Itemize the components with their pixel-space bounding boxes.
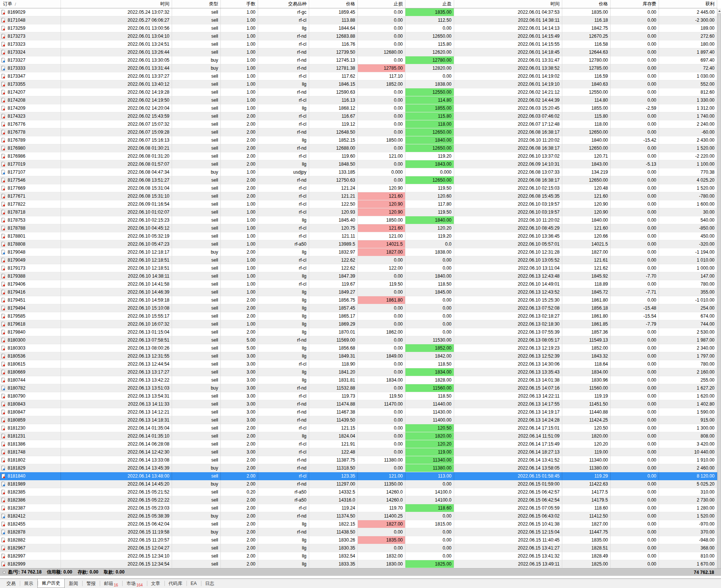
table-row[interactable]: 81803032022.06.13 08:00:26sell5.00llg185… [0, 344, 717, 352]
table-row[interactable]: 81776712022.06.08 15:31:10sell2.00rf-cl1… [0, 192, 717, 200]
table-row[interactable]: 81818292022.06.14 13:45:39buy2.00rf-nd11… [0, 464, 717, 472]
tab-market[interactable]: 市场164 [122, 579, 147, 588]
table-row[interactable]: 81819892022.06.14 14:45:20buy2.00rf-nd11… [0, 480, 717, 488]
column-header-open-time[interactable]: 时间 [61, 0, 172, 8]
tab-account-history[interactable]: 账户历史 [37, 579, 65, 588]
table-row[interactable]: 81776692022.06.08 15:31:04sell2.00rf-cl1… [0, 184, 717, 192]
column-header-take-profit[interactable]: 止盈 [405, 0, 454, 8]
table-row[interactable]: 81767782022.06.07 15:09:28sell2.00rf-nd1… [0, 128, 717, 136]
table-row[interactable]: 81818402022.06.14 13:48:00sell2.00rf-cl1… [0, 472, 717, 480]
table-row[interactable]: 81787882022.06.10 04:45:12sell1.00rf-cl1… [0, 224, 717, 232]
tab-experts[interactable]: EA [187, 579, 201, 588]
table-row[interactable]: 81790492022.06.10 12:18:51sell1.00rf-cl1… [0, 256, 717, 264]
table-row[interactable]: 81807902022.06.13 13:54:31sell3.00rf-cl1… [0, 392, 717, 400]
table-row[interactable]: 81807822022.06.13 13:51:03buy3.00rf-nd11… [0, 384, 717, 392]
table-row[interactable]: 81805362022.06.13 12:31:55sell3.00llg184… [0, 352, 717, 360]
column-header-symbol[interactable]: 交易品种 [258, 0, 309, 8]
table-row[interactable]: 81732732022.06.01 13:04:10sell1.00rf-nd1… [0, 32, 717, 40]
table-row[interactable]: 81742082022.06.02 14:19:50sell1.00rf-cl1… [0, 96, 717, 104]
table-row[interactable]: 81733472022.06.01 13:37:27sell1.00rf-cl1… [0, 72, 717, 80]
scrollbar-thumb[interactable] [718, 13, 721, 571]
table-row[interactable]: 81823852022.06.15 05:21:52sell0.20rf-a50… [0, 488, 717, 496]
tab-mailbox[interactable]: 邮箱16 [100, 579, 122, 588]
table-row[interactable]: 81769862022.06.08 01:31:20sell2.00rf-cl1… [0, 152, 717, 160]
table-row[interactable]: 81806692022.06.13 13:17:27sell3.00llg184… [0, 368, 717, 376]
table-row[interactable]: 81733242022.06.01 13:26:44sell1.00rf-nd1… [0, 48, 717, 56]
cell-swap: 0.00 [611, 144, 659, 152]
table-row[interactable]: 81807442022.06.13 13:42:22sell3.00llg183… [0, 376, 717, 384]
table-row[interactable]: 81795852022.06.10 15:55:17sell2.00llg186… [0, 312, 717, 320]
tab-exposure[interactable]: 展示 [20, 579, 37, 588]
table-row[interactable]: 81823862022.06.15 05:22:22sell2.00rf-a50… [0, 496, 717, 504]
vertical-scrollbar[interactable] [717, 8, 721, 576]
table-row[interactable]: 81813862022.06.14 06:28:08sell2.00rf-cl1… [0, 440, 717, 448]
table-row[interactable]: 81767762022.06.07 15:07:32sell2.00rf-cl1… [0, 120, 717, 128]
table-row[interactable]: 81828782022.06.15 11:19:58buy2.00rf-nd11… [0, 528, 717, 536]
table-row[interactable]: 81791732022.06.10 12:18:51sell1.00rf-cl1… [0, 264, 717, 272]
cell-open-time: 2022.06.15 11:20:57 [61, 536, 172, 544]
table-row[interactable]: 81829672022.06.15 12:04:27sell2.00llg183… [0, 544, 717, 552]
table-row[interactable]: 81812302022.06.14 01:35:04sell2.00rf-cl1… [0, 424, 717, 432]
table-row[interactable]: 81829992022.06.15 12:34:54sell2.00llg183… [0, 560, 717, 568]
cell-profit: 1 910.00 [659, 456, 717, 464]
table-row[interactable]: 81733272022.06.01 13:30:05buy1.00rf-nd12… [0, 56, 717, 64]
table-row[interactable]: 81778222022.06.09 01:16:54sell1.00rf-cl1… [0, 200, 717, 208]
table-row[interactable]: 81775462022.06.08 13:51:27sell2.00rf-nd1… [0, 176, 717, 184]
column-header-swap[interactable]: 库存费 [611, 0, 659, 8]
table-row[interactable]: 81788082022.06.10 05:47:23sell1.00rf-a50… [0, 240, 717, 248]
table-row[interactable]: 81823872022.06.15 05:23:03sell2.00rf-cl1… [0, 504, 717, 512]
table-row[interactable]: 81829972022.06.15 12:34:10sell2.00llg183… [0, 552, 717, 560]
table-row[interactable]: 81733332022.06.01 13:31:44buy1.00rf-nd12… [0, 64, 717, 72]
table-row[interactable]: 81769802022.06.08 01:30:21sell2.00rf-nd1… [0, 144, 717, 152]
table-row[interactable]: 81690292022.05.24 13:07:32sell1.00rf-gc1… [0, 8, 717, 16]
table-row[interactable]: 81771072022.06.08 04:47:34buy1.00usdjpy1… [0, 168, 717, 176]
tab-journal[interactable]: 日志 [201, 579, 219, 588]
table-row[interactable]: 81794512022.06.10 14:59:18sell2.00llg185… [0, 296, 717, 304]
table-row[interactable]: 81742072022.06.02 14:19:28sell1.00rf-nd1… [0, 88, 717, 96]
table-row[interactable]: 81770192022.06.08 01:57:07sell2.00llg184… [0, 160, 717, 168]
column-header-profit[interactable]: 获利 [659, 0, 717, 8]
table-row[interactable]: 81803002022.06.13 07:58:51sell5.00rf-nd1… [0, 336, 717, 344]
table-row[interactable]: 81798402022.06.13 01:15:04sell2.00llg187… [0, 328, 717, 336]
table-row[interactable]: 81794162022.06.10 14:46:39sell1.00llg184… [0, 288, 717, 296]
table-row[interactable]: 81733232022.06.01 13:24:51sell1.00rf-cl1… [0, 40, 717, 48]
tab-news[interactable]: 新闻 [65, 579, 82, 588]
tab-articles[interactable]: 文章 [147, 579, 164, 588]
table-row[interactable]: 81824122022.06.15 05:38:39buy2.00rf-nd11… [0, 512, 717, 520]
table-row[interactable]: 81788012022.06.10 05:32:19sell1.00rf-cl1… [0, 232, 717, 240]
table-row[interactable]: 81742092022.06.02 14:20:04sell1.00llg186… [0, 104, 717, 112]
column-header-lots[interactable]: 手数 [221, 0, 258, 8]
table-row[interactable]: 81732592022.06.01 13:00:56sell1.00llg184… [0, 24, 717, 32]
table-row[interactable]: 81812312022.06.14 01:35:10sell2.00llg182… [0, 432, 717, 440]
table-row[interactable]: 81806152022.06.13 12:44:54sell3.00rf-cl1… [0, 360, 717, 368]
column-header-order[interactable]: 订单 / [0, 0, 61, 8]
table-row[interactable]: 81793882022.06.10 14:38:11sell1.00llg184… [0, 272, 717, 280]
scroll-up-arrow-icon[interactable] [718, 8, 721, 13]
table-row[interactable]: 81767892022.06.07 15:16:13sell2.00llg185… [0, 136, 717, 144]
table-row[interactable]: 81808472022.06.13 14:12:21sell3.00rf-nd1… [0, 408, 717, 416]
table-row[interactable]: 81743232022.06.02 15:43:59sell2.00rf-cl1… [0, 112, 717, 120]
cell-open-price: 1865.17 [309, 312, 358, 320]
tab-alerts[interactable]: 警报 [82, 579, 100, 588]
table-row[interactable]: 81808432022.06.13 14:11:33sell3.00rf-nd1… [0, 400, 717, 408]
column-header-stop-loss[interactable]: 止损 [358, 0, 405, 8]
table-row[interactable]: 81808592022.06.13 14:18:31sell3.00rf-nd1… [0, 416, 717, 424]
column-header-close-time[interactable]: 时间 [454, 0, 562, 8]
table-row[interactable]: 81794062022.06.10 14:41:58sell1.00rf-cl1… [0, 280, 717, 288]
column-header-close-price[interactable]: 价格 [562, 0, 611, 8]
table-row[interactable]: 81817482022.06.14 12:42:30sell3.00rf-cl1… [0, 448, 717, 456]
table-row[interactable]: 81710482022.05.27 06:06:27sell1.00rf-cl1… [0, 16, 717, 24]
column-header-open-price[interactable]: 价格 [309, 0, 358, 8]
column-header-type[interactable]: 类型 [172, 0, 221, 8]
table-row[interactable]: 81787182022.06.10 01:02:07sell1.00rf-cl1… [0, 208, 717, 216]
table-row[interactable]: 81818022022.06.14 13:33:08sell2.00rf-nd1… [0, 456, 717, 464]
table-row[interactable]: 81796182022.06.10 16:07:32sell1.00llg186… [0, 320, 717, 328]
tab-trade[interactable]: 交易 [2, 579, 20, 588]
table-row[interactable]: 81824552022.06.15 06:42:04sell2.00llg182… [0, 520, 717, 528]
table-row[interactable]: 81828822022.06.15 11:20:57sell2.00llg183… [0, 536, 717, 544]
tab-code-base[interactable]: 代码库 [164, 579, 187, 588]
table-row[interactable]: 81794942022.06.10 15:10:08sell2.00llg185… [0, 304, 717, 312]
table-row[interactable]: 81790482022.06.10 12:18:17buy2.00llg1832… [0, 248, 717, 256]
table-row[interactable]: 81787532022.06.10 02:15:23sell1.00llg184… [0, 216, 717, 224]
table-row[interactable]: 81733552022.06.01 13:40:12sell1.00llg184… [0, 80, 717, 88]
